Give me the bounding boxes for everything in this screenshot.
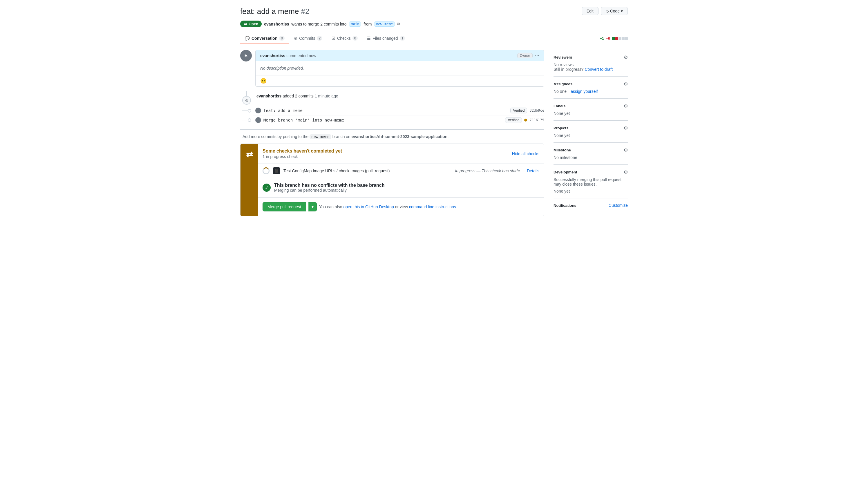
still-in-progress-label: Still in progress?: [553, 67, 584, 72]
checks-header-left: Some checks haven't completed yet 1 in p…: [262, 148, 342, 159]
merge-pull-request-button[interactable]: Merge pull request: [262, 202, 306, 212]
open-github-desktop-link[interactable]: open this in GitHub Desktop: [343, 204, 394, 209]
notifications-header: Notifications Customize: [553, 203, 628, 208]
source-branch[interactable]: new-meme: [374, 21, 395, 27]
convert-to-draft-link[interactable]: Convert to draft: [585, 67, 613, 72]
merge-note-suf: .: [457, 204, 458, 209]
merge-action-row: Merge pull request ▾ You can also open t…: [258, 197, 544, 216]
push-suffix: .: [447, 134, 449, 139]
commit2-dot: [248, 118, 251, 122]
customize-notifications-link[interactable]: Customize: [609, 203, 628, 208]
reviewers-gear-button[interactable]: ⚙: [624, 55, 628, 60]
commit2-avatar: [255, 117, 261, 123]
pr-author: evanshortiss: [264, 22, 289, 26]
tab-files-count: 1: [400, 36, 405, 41]
check-name: Test ConfigMap Image URLs / check-images…: [283, 169, 451, 173]
section-divider: [240, 129, 544, 130]
copy-branch-button[interactable]: ⧉: [397, 21, 400, 26]
assignees-title: Assignees: [553, 82, 572, 86]
commit1-dot: [248, 109, 251, 113]
check-details-link[interactable]: Details: [527, 169, 539, 173]
commit2-verified: Verified: [505, 117, 522, 123]
pr-tabs: 💬 Conversation 0 ⊙ Commits 2 ☑ Checks 0 …: [240, 33, 628, 44]
pr-title-text: feat: add a meme: [240, 7, 299, 16]
target-branch[interactable]: main: [349, 21, 361, 27]
conversation-icon: 💬: [245, 36, 250, 41]
diff-additions: +1: [600, 36, 604, 41]
check-status: In progress — This check has starte...: [455, 169, 523, 173]
development-body: Successfully merging this pull request m…: [553, 177, 628, 193]
diff-bar: [612, 37, 628, 40]
tab-commits-label: Commits: [299, 36, 315, 41]
activity-author[interactable]: evanshortiss: [257, 94, 281, 98]
checks-title: Some checks haven't completed yet: [262, 148, 342, 154]
labels-title: Labels: [553, 104, 565, 108]
development-title: Development: [553, 170, 577, 174]
checks-body: Some checks haven't completed yet 1 in p…: [258, 144, 544, 216]
development-gear-button[interactable]: ⚙: [624, 169, 628, 175]
merge-dropdown-button[interactable]: ▾: [308, 202, 317, 212]
pr-status-bar: ⇄ Open evanshortiss wants to merge 2 com…: [240, 21, 628, 27]
activity-content: evanshortiss added 2 commits 1 minute ag…: [253, 91, 544, 105]
labels-header: Labels ⚙: [553, 103, 628, 109]
commit1-marker: [240, 109, 253, 113]
from-text: from: [363, 22, 372, 26]
commit1-content: feat: add a meme Verified 32db9ce: [253, 106, 544, 115]
checks-merge-icon: ⇄: [246, 150, 253, 159]
tab-conversation[interactable]: 💬 Conversation 0: [240, 33, 289, 44]
projects-value: None yet: [553, 133, 628, 138]
labels-gear-button[interactable]: ⚙: [624, 103, 628, 109]
assignees-gear-button[interactable]: ⚙: [624, 81, 628, 87]
commit-item-1: feat: add a meme Verified 32db9ce: [240, 106, 544, 115]
tab-checks-label: Checks: [337, 36, 351, 41]
no-reviews-text: No reviews: [553, 62, 628, 67]
assignees-body: No one—assign yourself: [553, 89, 628, 94]
development-header: Development ⚙: [553, 169, 628, 175]
status-text: Open: [249, 22, 258, 26]
owner-badge: Owner: [517, 53, 533, 58]
projects-gear-button[interactable]: ⚙: [624, 125, 628, 131]
commit1-sha[interactable]: 32db9ce: [529, 109, 544, 113]
development-value: None yet: [553, 189, 628, 193]
checks-icon-column: ⇄: [240, 144, 258, 216]
push-note: Add more commits by pushing to the new-m…: [240, 134, 544, 139]
commit2-content: Merge branch 'main' into new-meme Verifi…: [253, 115, 544, 125]
sidebar-development: Development ⚙ Successfully merging this …: [553, 165, 628, 198]
comment-time: commented now: [286, 53, 316, 58]
commit2-line: [242, 120, 248, 120]
pr-main-content: E evanshortiss commented now Owner ···: [240, 50, 544, 221]
milestone-gear-button[interactable]: ⚙: [624, 147, 628, 153]
merge-note-pre: You can also: [319, 204, 342, 209]
checks-subtitle: 1 in progress check: [262, 154, 342, 159]
comment-actions: Owner ···: [517, 53, 539, 59]
tab-commits[interactable]: ⊙ Commits 2: [289, 33, 327, 44]
code-button[interactable]: ◇ Code ▾: [601, 7, 628, 15]
comment-text: No description provided.: [260, 66, 304, 70]
sidebar-reviewers: Reviewers ⚙ No reviews Still in progress…: [553, 50, 628, 77]
merge-check-icon: ✓: [262, 184, 271, 192]
edit-button[interactable]: Edit: [582, 7, 598, 15]
comment-author[interactable]: evanshortiss: [260, 53, 285, 58]
commit2-marker: [240, 118, 253, 122]
pr-title: feat: add a meme #2: [240, 7, 309, 16]
pr-sidebar: Reviewers ⚙ No reviews Still in progress…: [553, 50, 628, 221]
activity-action-text: added 2 commits: [283, 94, 315, 98]
milestone-value: No milestone: [553, 155, 628, 160]
commit2-sha[interactable]: 7116175: [529, 118, 544, 122]
milestone-title: Milestone: [553, 148, 571, 152]
timeline-line-top: [246, 91, 247, 96]
emoji-reaction-button[interactable]: 🙂: [260, 78, 267, 84]
timeline-column: ⊙: [240, 91, 253, 105]
author-avatar: E: [240, 50, 252, 61]
push-middle: branch on: [332, 134, 350, 139]
header-actions: Edit ◇ Code ▾: [582, 7, 628, 15]
merge-status-title: This branch has no conflicts with the ba…: [274, 183, 385, 188]
comment-menu-button[interactable]: ···: [535, 53, 539, 59]
assignees-header: Assignees ⚙: [553, 81, 628, 87]
command-line-link[interactable]: command line instructions: [409, 204, 456, 209]
hide-checks-button[interactable]: Hide all checks: [512, 151, 539, 156]
assign-yourself-link[interactable]: assign yourself: [571, 89, 598, 94]
tab-checks[interactable]: ☑ Checks 0: [327, 33, 362, 44]
tab-files-changed[interactable]: ☰ Files changed 1: [362, 33, 410, 44]
tab-conversation-label: Conversation: [251, 36, 277, 41]
